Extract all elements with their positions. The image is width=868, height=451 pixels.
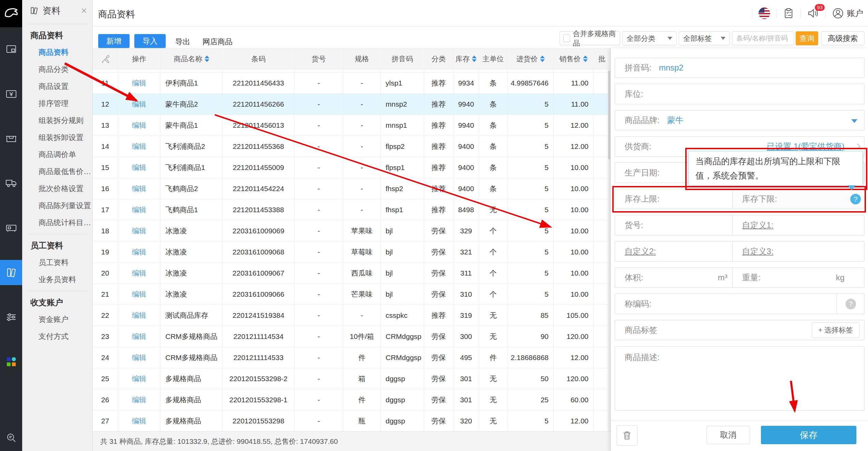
- table-row[interactable]: 11编辑伊利商品12212011456433--ylsp1推荐9934条4.99…: [93, 73, 611, 94]
- close-icon[interactable]: ×: [81, 5, 87, 16]
- cancel-button[interactable]: 取消: [706, 426, 750, 444]
- sidebar-item[interactable]: 员工资料: [22, 254, 92, 271]
- sidebar-item[interactable]: 商品统计科目设置: [22, 214, 92, 231]
- edit-link[interactable]: 编辑: [132, 184, 146, 193]
- rail-item-data[interactable]: [0, 260, 22, 285]
- import-button[interactable]: 导入: [134, 34, 166, 48]
- sidebar-item[interactable]: 批次价格设置: [22, 180, 92, 197]
- table-row[interactable]: 22编辑测试商品库存2201241519384--csspkc推荐319无851…: [93, 305, 611, 326]
- sidebar-item[interactable]: 商品资料: [22, 44, 92, 61]
- edit-link[interactable]: 编辑: [132, 163, 146, 172]
- column-header[interactable]: 进货价: [508, 49, 554, 69]
- edit-link[interactable]: 编辑: [132, 78, 146, 88]
- table-row[interactable]: 24编辑CRM多规格商品2201211114533-件CRMdggsp劳保495…: [93, 347, 611, 368]
- table-row[interactable]: 23编辑CRM多规格商品2201211114534-10件/箱CRMdggsp劳…: [93, 326, 611, 347]
- table-row[interactable]: 12编辑蒙牛商品22212011456266--mnsp2推荐9940条511.…: [93, 94, 611, 115]
- delete-button[interactable]: [616, 425, 638, 446]
- product-tags-field[interactable]: 商品标签 + 选择标签: [615, 320, 865, 340]
- table-row[interactable]: 14编辑飞利浦商品22212011455368--flpsp2推荐9400条51…: [93, 136, 611, 157]
- edit-link[interactable]: 编辑: [132, 353, 146, 362]
- edit-link[interactable]: 编辑: [132, 268, 146, 278]
- stock-upper-field[interactable]: 库存上限:: [615, 189, 732, 209]
- sort-arrows-icon[interactable]: [472, 56, 477, 62]
- table-row[interactable]: 21编辑冰激凌2203161009066-芒果味bjl劳保310个510.00: [93, 284, 611, 305]
- edit-link[interactable]: 编辑: [132, 311, 146, 320]
- table-row[interactable]: 17编辑飞鹤商品12212011453388--fhsp1推荐8498无510.…: [93, 199, 611, 220]
- edit-link[interactable]: 编辑: [132, 395, 146, 405]
- help-icon[interactable]: ?: [845, 299, 856, 309]
- edit-link[interactable]: 编辑: [132, 247, 146, 257]
- add-button[interactable]: 新增: [98, 34, 130, 48]
- rail-item-inventory[interactable]: [0, 126, 22, 151]
- edit-link[interactable]: 编辑: [132, 142, 146, 151]
- column-header[interactable]: 库存: [453, 49, 479, 69]
- table-row[interactable]: 13编辑蒙牛商品12212011456013--mnsp1推荐9940条512.…: [93, 115, 611, 136]
- edit-link[interactable]: 编辑: [132, 121, 146, 130]
- language-flag-button[interactable]: [759, 7, 770, 19]
- tasks-button[interactable]: [783, 7, 794, 19]
- sidebar-item[interactable]: 商品最低售价调整: [22, 163, 92, 180]
- rail-item-sales[interactable]: [0, 37, 22, 62]
- tag-filter-dropdown[interactable]: 全部标签: [679, 31, 730, 45]
- scale-code-field[interactable]: 称编码: ?: [615, 294, 865, 314]
- advanced-search-button[interactable]: 高级搜索: [821, 31, 865, 45]
- table-row[interactable]: 15编辑飞利浦商品12212011455009--flpsp1推荐9400条51…: [93, 157, 611, 178]
- weight-field[interactable]: 重量: kg: [732, 268, 850, 287]
- custom2-field[interactable]: 自定义2:: [615, 242, 732, 261]
- table-row[interactable]: 16编辑飞鹤商品22212011454224--fhsp2推荐9400条510.…: [93, 178, 611, 199]
- save-button[interactable]: 保存: [761, 426, 856, 444]
- sidebar-item[interactable]: 支付方式: [22, 328, 92, 345]
- category-filter-dropdown[interactable]: 全部分类: [622, 31, 677, 45]
- vertical-scrollbar[interactable]: [608, 69, 611, 431]
- app-logo[interactable]: [0, 0, 22, 27]
- export-link[interactable]: 导出: [175, 37, 190, 47]
- sidebar-item[interactable]: 商品陈列量设置: [22, 197, 92, 214]
- online-store-link[interactable]: 网店商品: [203, 37, 233, 47]
- storage-location-field[interactable]: 库位:: [615, 84, 865, 104]
- column-header[interactable]: 商品名称: [161, 49, 223, 69]
- edit-link[interactable]: 编辑: [132, 99, 146, 109]
- table-row[interactable]: 26编辑多规格商品2201201553298-1-件dggsp劳保301无256…: [93, 389, 611, 410]
- edit-link[interactable]: 编辑: [132, 290, 146, 299]
- edit-link[interactable]: 编辑: [132, 226, 146, 236]
- volume-field[interactable]: 体积: m³: [615, 268, 732, 287]
- supplier-field[interactable]: 供货商: 已设置 1(爱宝供货商) ›: [615, 136, 865, 157]
- table-row[interactable]: 27编辑多规格商品2201201553298-瓶dggsp劳保320无512.0…: [93, 410, 611, 432]
- sidebar-item[interactable]: 商品调价单: [22, 146, 92, 163]
- account-button[interactable]: 账户: [832, 7, 863, 19]
- pinyin-field[interactable]: 拼音码: mnsp2: [615, 58, 865, 78]
- table-row[interactable]: 20编辑冰激凌2203161009067-西瓜味bjl劳保311个510.00: [93, 263, 611, 284]
- merge-spec-checkbox[interactable]: 合并多规格商品: [559, 31, 620, 45]
- custom3-field[interactable]: 自定义3:: [732, 242, 850, 261]
- announcements-button[interactable]: 93: [807, 7, 819, 19]
- sidebar-item[interactable]: 商品设置: [22, 78, 92, 95]
- description-field[interactable]: 商品描述:: [615, 346, 865, 411]
- sidebar-item[interactable]: 资金账户: [22, 311, 92, 328]
- table-row[interactable]: 25编辑多规格商品2201201553298-2-箱dggsp劳保301无501…: [93, 368, 611, 389]
- search-input[interactable]: [732, 31, 794, 45]
- edit-link[interactable]: 编辑: [132, 205, 146, 215]
- sidebar-item[interactable]: 排序管理: [22, 95, 92, 112]
- rail-item-search[interactable]: [0, 428, 22, 448]
- table-row[interactable]: 19编辑冰激凌2203161009068-草莓味bjl劳保321个510.00: [93, 242, 611, 263]
- rail-item-register[interactable]: [0, 215, 22, 240]
- sidebar-item[interactable]: 组装拆分规则: [22, 112, 92, 129]
- column-header[interactable]: 销售价: [554, 49, 594, 69]
- rail-item-settings[interactable]: [0, 305, 22, 330]
- custom1-field[interactable]: 自定义1:: [732, 215, 850, 235]
- sort-arrows-icon[interactable]: [205, 56, 209, 62]
- sort-arrows-icon[interactable]: [540, 56, 545, 62]
- edit-link[interactable]: 编辑: [132, 332, 146, 341]
- sidebar-item[interactable]: 组装拆卸设置: [22, 129, 92, 146]
- edit-link[interactable]: 编辑: [132, 416, 146, 426]
- sidebar-item[interactable]: 商品分类: [22, 61, 92, 78]
- production-date-field[interactable]: 生产日期:: [615, 162, 865, 183]
- brand-dropdown[interactable]: 商品品牌: 蒙牛: [615, 110, 865, 130]
- select-tags-button[interactable]: + 选择标签: [812, 322, 859, 338]
- sort-arrows-icon[interactable]: [583, 56, 588, 62]
- sidebar-item[interactable]: 业务员资料: [22, 271, 92, 288]
- stock-lower-field[interactable]: 库存下限:: [732, 189, 864, 209]
- scrollbar-thumb[interactable]: [608, 71, 610, 159]
- supplier-value-link[interactable]: 已设置 1(爱宝供货商): [767, 141, 844, 152]
- rail-item-finance[interactable]: [0, 81, 22, 107]
